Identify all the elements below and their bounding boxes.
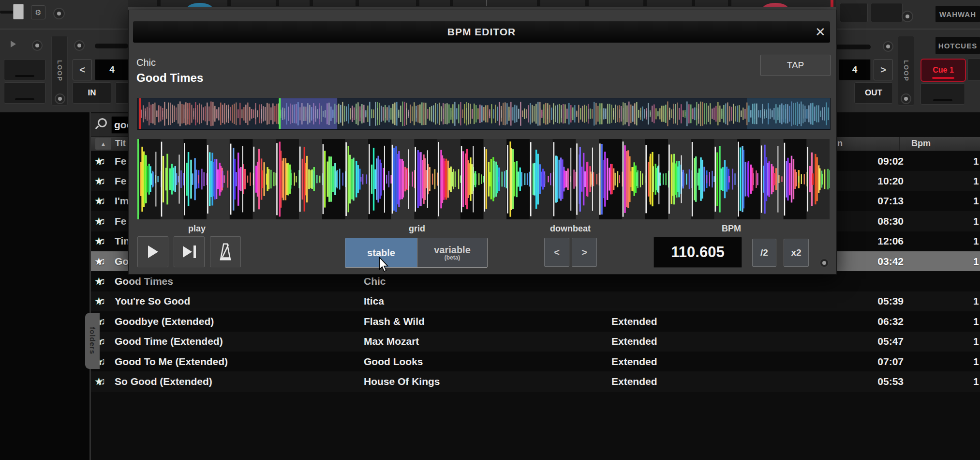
loop-label: LOOP xyxy=(903,60,910,82)
bpm-half-button[interactable]: /2 xyxy=(752,239,776,267)
cell-time: 05:53 xyxy=(877,376,904,387)
deck-button[interactable] xyxy=(921,83,965,105)
next-beat-button[interactable] xyxy=(174,236,205,267)
star-icon: ★ xyxy=(94,195,104,207)
column-header-title[interactable]: Tit xyxy=(115,138,126,149)
deck-panel-right: WAHWAH HOTCUES Cue 1 LOOP 4 > OUT xyxy=(836,0,980,112)
tap-button[interactable]: TAP xyxy=(760,55,831,76)
cell-title: Good To Me (Extended) xyxy=(115,356,228,368)
loop-out-button[interactable]: OUT xyxy=(854,82,893,104)
cell-time: 09:02 xyxy=(877,155,904,167)
deck-button[interactable] xyxy=(840,3,868,22)
deck-button[interactable] xyxy=(115,82,129,104)
pitch-track[interactable] xyxy=(95,44,128,48)
bpm-value-display[interactable]: 110.605 xyxy=(653,237,742,268)
hotcues-label: HOTCUES xyxy=(938,42,977,50)
loop-in-label: IN xyxy=(88,88,96,98)
sort-asc-icon: ▲ xyxy=(101,141,106,147)
star-icon: ★ xyxy=(94,235,104,247)
play-indicator-icon xyxy=(11,41,16,47)
loop-half-button[interactable]: < xyxy=(73,59,92,80)
knob[interactable] xyxy=(74,40,85,51)
track-icon-wrap: ♫ ★ xyxy=(96,174,112,188)
loop-beats-display: 4 xyxy=(95,59,129,80)
bpm-double-button[interactable]: x2 xyxy=(784,239,809,267)
cell-time: 07:13 xyxy=(877,195,904,207)
track-icon-wrap: ♫ ★ xyxy=(96,254,112,269)
table-row[interactable]: ♫ ★ Good To Me (Extended) Good Looks Ext… xyxy=(91,352,980,371)
deck-button[interactable] xyxy=(4,59,45,80)
column-header-bpm[interactable]: Bpm xyxy=(911,138,931,149)
star-icon: ★ xyxy=(94,155,104,167)
cue1-button[interactable]: Cue 1 xyxy=(921,59,966,82)
column-header-duration[interactable]: n xyxy=(837,138,843,149)
beatgrid-waveform[interactable] xyxy=(137,139,830,219)
cell-title: You're So Good xyxy=(115,295,190,307)
knob[interactable] xyxy=(901,93,911,104)
knob[interactable] xyxy=(902,11,913,22)
folders-tab[interactable]: folders xyxy=(85,313,100,369)
knob[interactable] xyxy=(53,8,65,19)
star-icon: ★ xyxy=(94,295,104,307)
deck-button[interactable] xyxy=(4,82,45,104)
section-label-play: play xyxy=(188,224,206,234)
gear-button[interactable]: ⚙ xyxy=(31,5,45,19)
crossfader-handle[interactable] xyxy=(13,4,24,19)
star-icon: ★ xyxy=(94,376,104,387)
wahwah-label: WAHWAH xyxy=(939,10,976,18)
next-beat-icon xyxy=(183,246,192,258)
next-beat-bar xyxy=(193,245,196,258)
table-row[interactable]: ♫ ★ Good Time (Extended) Max Mozart Exte… xyxy=(91,332,980,352)
loop-double-button[interactable]: > xyxy=(874,59,893,80)
close-icon[interactable]: ✕ xyxy=(810,21,831,43)
loop-in-button[interactable]: IN xyxy=(73,82,111,104)
cue-marker xyxy=(831,0,833,7)
star-icon: ★ xyxy=(94,215,104,227)
deck-button[interactable] xyxy=(967,59,980,81)
overview-waveform[interactable] xyxy=(137,98,831,130)
loop-half-label: < xyxy=(79,64,85,76)
cell-type: Extended xyxy=(611,336,657,347)
loop-label: LOOP xyxy=(56,60,63,82)
cell-time: 06:32 xyxy=(877,316,904,327)
cell-type: Extended xyxy=(611,316,657,327)
bpm-double-label: x2 xyxy=(791,247,801,258)
section-label-bpm: BPM xyxy=(722,224,741,234)
deck-panel-center-sliver xyxy=(128,0,836,10)
section-label-grid: grid xyxy=(409,224,425,234)
play-button[interactable] xyxy=(137,236,168,267)
track-icon-wrap: ♫ ★ xyxy=(96,294,112,308)
knob[interactable] xyxy=(883,41,893,52)
cell-artist: Chic xyxy=(364,276,386,287)
knob[interactable] xyxy=(819,258,829,268)
cell-bpm: 1 xyxy=(973,356,979,368)
folders-tab-label: folders xyxy=(89,327,97,354)
downbeat-next-button[interactable]: > xyxy=(572,238,597,267)
knob[interactable] xyxy=(55,93,65,104)
button-mark xyxy=(933,99,952,101)
table-row[interactable]: ♫ ★ Goodbye (Extended) Flash & Wild Exte… xyxy=(91,311,980,331)
loop-out-label: OUT xyxy=(865,88,882,98)
star-icon: ★ xyxy=(94,276,104,287)
downbeat-prev-button[interactable]: < xyxy=(544,238,569,267)
dialog-title: BPM EDITOR xyxy=(447,26,516,38)
cell-artist: Itica xyxy=(364,295,384,307)
pitch-track[interactable] xyxy=(836,45,871,49)
cell-artist: Flash & Wild xyxy=(364,316,425,327)
knob[interactable] xyxy=(32,40,43,51)
search-bar xyxy=(91,113,128,137)
wahwah-panel-header: WAHWAH xyxy=(935,6,980,22)
deck-button[interactable] xyxy=(871,3,903,22)
table-row[interactable]: ♫ ★ So Good (Extended) House Of Kings Ex… xyxy=(91,371,980,391)
sort-asc-button[interactable]: ▲ xyxy=(95,138,111,150)
cell-title: Good Time (Extended) xyxy=(115,336,223,347)
table-row[interactable]: ♫ ★ You're So Good Itica 05:39 1 xyxy=(91,291,980,311)
cell-title: Fe xyxy=(115,155,127,167)
cell-bpm: 1 xyxy=(973,336,979,347)
metronome-button[interactable] xyxy=(210,236,241,267)
track-icon-wrap: ♫ ★ xyxy=(96,214,112,229)
hotcues-panel-header: HOTCUES xyxy=(935,37,980,54)
cue1-label: Cue 1 xyxy=(933,66,954,75)
cell-bpm: 1 xyxy=(973,175,979,187)
grid-variable-button[interactable]: variable (beta) xyxy=(417,238,487,267)
